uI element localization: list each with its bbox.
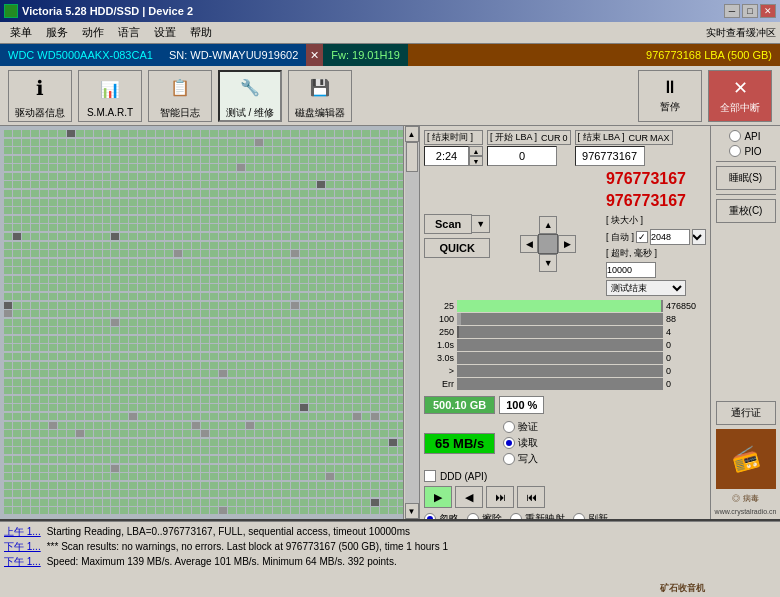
menu-item-help[interactable]: 帮助	[184, 23, 218, 42]
radio-icon: 📻	[729, 443, 762, 475]
time-input[interactable]	[424, 146, 469, 166]
dir-right-button[interactable]: ▶	[558, 235, 576, 253]
dir-center	[538, 234, 558, 254]
menu-item-action[interactable]: 动作	[76, 23, 110, 42]
sep2	[716, 194, 776, 195]
stat-label-3: 1.0s	[424, 340, 454, 350]
dir-down-button[interactable]: ▼	[539, 254, 557, 272]
write-radio[interactable]	[503, 453, 515, 465]
ddd-checkbox[interactable]	[424, 470, 436, 482]
menu-item-settings[interactable]: 设置	[148, 23, 182, 42]
erase-option[interactable]: 擦除	[467, 512, 502, 519]
stat-row-5: > 0	[424, 365, 706, 377]
end-lba-input[interactable]	[575, 146, 645, 166]
play-button[interactable]: ▶	[424, 486, 452, 508]
toolbar-btn-smart[interactable]: 📊 S.M.A.R.T	[78, 70, 142, 122]
start-lba-label: [ 开始 LBA ]	[490, 131, 537, 144]
menu-item-menu[interactable]: 菜单	[4, 23, 38, 42]
stat-fill-2	[457, 326, 459, 338]
scroll-down-button[interactable]: ▼	[405, 503, 419, 519]
graph-area: ▲ ▼	[0, 126, 420, 519]
pause-button[interactable]: ⏸ 暂停	[638, 70, 702, 122]
title-text: Victoria 5.28 HDD/SSD | Device 2	[22, 5, 193, 17]
read-radio[interactable]	[503, 437, 515, 449]
toolbar-btn-diskeditor[interactable]: 💾 磁盘编辑器	[288, 70, 352, 122]
size-input[interactable]	[650, 229, 690, 245]
toolbar-btn-test[interactable]: 🔧 测试 / 维修	[218, 70, 282, 122]
toolbar-right: ⏸ 暂停 ✕ 全部中断	[638, 70, 772, 122]
auto-checkbox[interactable]: ✓	[636, 231, 648, 243]
remap-label: 重新映射	[525, 512, 565, 519]
sleep-button[interactable]: 睡眠(S)	[716, 166, 776, 190]
verify-radio[interactable]	[503, 421, 515, 433]
ignore-radio[interactable]	[424, 513, 436, 519]
stat-value-5: 0	[666, 366, 706, 376]
menu-item-service[interactable]: 服务	[40, 23, 74, 42]
time-spin-up[interactable]: ▲	[469, 146, 483, 156]
lba-display-row2: 976773167	[424, 192, 706, 210]
scroll-up-button[interactable]: ▲	[405, 126, 419, 142]
stat-label-4: 3.0s	[424, 353, 454, 363]
end-condition-select[interactable]: 测试结束	[606, 280, 686, 296]
pass-button[interactable]: 通行证	[716, 401, 776, 425]
dir-left-button[interactable]: ◀	[520, 235, 538, 253]
test-icon: 🔧	[234, 72, 266, 104]
read-option[interactable]: 读取	[503, 436, 538, 450]
scroll-thumb[interactable]	[406, 142, 418, 172]
remap-option[interactable]: 重新映射	[510, 512, 565, 519]
erase-radio[interactable]	[467, 513, 479, 519]
close-button[interactable]: ✕	[760, 4, 776, 18]
quick-button[interactable]: QUICK	[424, 238, 490, 258]
erase-label: 擦除	[482, 512, 502, 519]
direction-pad: ▲ ◀ ▶ ▼	[518, 214, 578, 274]
title-bar-left: Victoria 5.28 HDD/SSD | Device 2	[4, 4, 193, 18]
minimize-button[interactable]: ─	[724, 4, 740, 18]
stat-fill-1	[457, 313, 461, 325]
prev-button[interactable]: ⏮	[517, 486, 545, 508]
drive-lba: 976773168 LBA (500 GB)	[408, 44, 780, 66]
next-button[interactable]: ⏭	[486, 486, 514, 508]
drive-sn: SN: WD-WMAYUU919602	[161, 44, 306, 66]
remap-radio[interactable]	[510, 513, 522, 519]
maximize-button[interactable]: □	[742, 4, 758, 18]
pio-radio[interactable]	[729, 145, 741, 157]
scan-button[interactable]: Scan	[424, 214, 472, 234]
verify-option[interactable]: 验证	[503, 420, 538, 434]
scroll-track[interactable]	[405, 142, 419, 503]
bottom-bar: 上午 1... Starting Reading, LBA=0..9767731…	[0, 519, 780, 597]
app-icon	[4, 4, 18, 18]
log-icon: 📋	[164, 72, 196, 104]
timeout-input[interactable]	[606, 262, 656, 278]
stat-row-2: 250 4	[424, 326, 706, 338]
ddd-label: DDD (API)	[440, 471, 487, 482]
scan-dropdown-button[interactable]: ▼	[472, 215, 490, 233]
start-lba-input[interactable]	[487, 146, 557, 166]
reset-button[interactable]: 重校(C)	[716, 199, 776, 223]
time-spin-down[interactable]: ▼	[469, 156, 483, 166]
stop-button[interactable]: ✕ 全部中断	[708, 70, 772, 122]
pio-option[interactable]: PIO	[729, 145, 761, 157]
log-time-0: 上午 1...	[4, 524, 41, 539]
write-option[interactable]: 写入	[503, 452, 538, 466]
dir-up-button[interactable]: ▲	[539, 216, 557, 234]
api-radio[interactable]	[729, 130, 741, 142]
api-option[interactable]: API	[729, 130, 761, 142]
refresh-option[interactable]: 刷新	[573, 512, 608, 519]
ignore-option[interactable]: 忽略	[424, 512, 459, 519]
mode-radio-group: 验证 读取 写入	[503, 420, 538, 466]
drive-close-button[interactable]: ✕	[306, 44, 323, 66]
driveinfo-icon: ℹ	[24, 72, 56, 104]
drive-fw: Fw: 19.01H19	[323, 44, 407, 66]
size-dropdown[interactable]: ▼	[692, 229, 706, 245]
stat-label-2: 250	[424, 327, 454, 337]
scan-section: Scan ▼ QUICK	[424, 214, 490, 258]
refresh-radio[interactable]	[573, 513, 585, 519]
menu-bar-left: 菜单 服务 动作 语言 设置 帮助	[4, 23, 218, 42]
timeout-label: [ 超时, 毫秒 ]	[606, 247, 657, 260]
toolbar-btn-log[interactable]: 📋 智能日志	[148, 70, 212, 122]
menu-item-language[interactable]: 语言	[112, 23, 146, 42]
toolbar-btn-driveinfo[interactable]: ℹ 驱动器信息	[8, 70, 72, 122]
toolbar-label-diskeditor: 磁盘编辑器	[295, 106, 345, 120]
drive-name[interactable]: WDC WD5000AAKX-083CA1	[0, 44, 161, 66]
rewind-button[interactable]: ◀	[455, 486, 483, 508]
